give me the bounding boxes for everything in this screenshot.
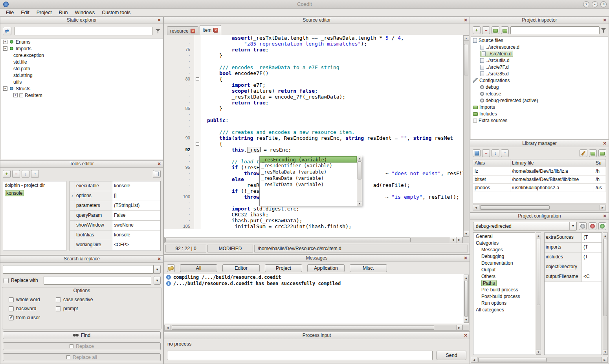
tree-item[interactable]: +ResItem [1, 92, 163, 99]
code-line[interactable]: 75 return true; [164, 47, 469, 53]
tree-item[interactable]: All categories [473, 306, 535, 313]
code-line[interactable]: ·public: [164, 117, 469, 123]
tree-item[interactable]: Source files [471, 37, 608, 44]
config-horizontal-scrollbar[interactable]: ◀ ▶ [471, 357, 608, 363]
tree-expander-icon[interactable]: + [13, 93, 18, 97]
messages-vertical-scrollbar[interactable]: ▲ ▼ [464, 274, 469, 323]
tree-item[interactable]: Categories [473, 240, 535, 246]
messages-horizontal-scrollbar[interactable]: ◀ ▶ [164, 325, 469, 331]
code-line[interactable]: · /// encodes _resRawData to a e7F strin… [164, 64, 469, 70]
scroll-right-icon[interactable]: ▶ [456, 325, 462, 330]
scroll-right-icon[interactable]: ▶ [456, 237, 462, 243]
code-line[interactable]: · [164, 112, 469, 117]
checkbox[interactable] [9, 297, 14, 302]
scroll-right-icon[interactable]: ▶ [602, 357, 608, 362]
close-icon[interactable]: ✕ [602, 141, 607, 146]
tree-item[interactable]: Includes [471, 110, 608, 117]
editor-tab-resource[interactable]: resource✕ [167, 26, 198, 35]
config-grid-scrollbar[interactable]: ▲ ▼ [603, 232, 608, 355]
scroll-down-icon[interactable]: ▼ [464, 231, 469, 236]
tree-item[interactable]: ../src/z85.d [471, 70, 608, 77]
tree-item[interactable]: Paths [473, 280, 535, 286]
code-line[interactable]: · } [164, 53, 469, 59]
code-line[interactable]: · assert(_resTxtData.length == _resRawDa… [164, 35, 469, 41]
add-folder-button[interactable] [492, 26, 499, 34]
search-option-from-cursor[interactable]: from cursor [9, 315, 56, 320]
move-tool-up-button[interactable]: ↑ [31, 170, 39, 178]
tree-item[interactable]: debug [471, 84, 608, 90]
tree-item[interactable]: debug-redirected (active) [471, 97, 608, 104]
message-line[interactable]: i/.../build/resource.d.coedit has been s… [164, 280, 469, 287]
code-line[interactable]: · import e7F; [164, 82, 469, 88]
window-close-button[interactable]: ✕ [600, 1, 607, 7]
checkbox[interactable] [9, 315, 14, 320]
config-tree-scrollbar[interactable]: ▲ ▼ [536, 232, 541, 355]
scroll-left-icon[interactable]: ◀ [471, 357, 477, 362]
close-icon[interactable]: ✕ [463, 333, 468, 338]
code-line[interactable]: 105 _initialSum = crc322uint(ihash.finis… [164, 223, 469, 229]
tree-item[interactable]: Pre-build process [473, 286, 535, 293]
replace-button[interactable]: Replace [3, 342, 161, 350]
tree-item[interactable]: ../src/item.d [471, 50, 608, 57]
tree-expander-icon[interactable]: + [3, 40, 7, 44]
tree-item[interactable]: General [473, 233, 535, 240]
scroll-thumb[interactable] [478, 358, 547, 362]
property-value[interactable]: [] [112, 191, 160, 201]
property-value[interactable]: (T [582, 252, 602, 262]
search-option-prompt[interactable]: prompt [56, 306, 158, 311]
replace-term-input[interactable] [44, 276, 151, 285]
remove-tool-button[interactable]: − [12, 170, 20, 178]
filter-icon[interactable] [156, 29, 161, 34]
property-value[interactable]: (TStringList) [112, 201, 160, 210]
tree-item[interactable]: +Enums [1, 38, 163, 45]
scroll-thumb[interactable] [464, 281, 468, 316]
search-option-backward[interactable]: backward [9, 306, 56, 311]
move-library-down-button[interactable]: ↓ [492, 149, 499, 157]
replace-history-dropdown[interactable]: ▼ [154, 276, 161, 285]
scroll-left-icon[interactable]: ◀ [165, 325, 171, 330]
menu-custom-tools[interactable]: Custom tools [98, 9, 134, 16]
scroll-down-icon[interactable]: ▼ [536, 349, 541, 355]
scroll-down-icon[interactable]: ▼ [357, 201, 362, 206]
remove-folder-button[interactable] [501, 26, 509, 34]
execute-tool-button[interactable] [153, 170, 161, 178]
tree-item[interactable]: ../src/resource.d [471, 44, 608, 50]
menu-windows[interactable]: Windows [72, 9, 99, 16]
checkbox[interactable] [56, 306, 61, 311]
tree-item[interactable]: Post-build process [473, 293, 535, 300]
checkbox[interactable] [56, 297, 61, 302]
tree-expander-icon[interactable]: − [3, 46, 7, 51]
messages-filter-misc[interactable]: Misc. [350, 264, 387, 272]
editor-horizontal-scrollbar[interactable]: ◀ ▶ [164, 237, 469, 243]
code-line[interactable]: ·− { [164, 141, 469, 147]
code-line[interactable]: 90 this(string resFile, ResEncoding resE… [164, 135, 469, 141]
property-value[interactable]: konsole [112, 230, 160, 240]
column-header-alias[interactable]: Alias [473, 159, 510, 167]
library-row[interactable]: iz/home/basile/Dev/Iz/lib/iz.a/h [473, 167, 606, 176]
close-icon[interactable]: ✕ [602, 17, 607, 23]
code-line[interactable]: · return true; [164, 100, 469, 106]
completion-item[interactable]: _resMetaData (variable) [260, 169, 357, 175]
code-line[interactable]: · [164, 123, 469, 129]
messages-filter-project[interactable]: Project [265, 264, 302, 272]
tab-close-icon[interactable]: ✕ [213, 28, 218, 33]
replace-with-checkbox[interactable] [4, 278, 9, 283]
code-line[interactable]: 80− { [164, 76, 469, 82]
editor-vertical-scrollbar[interactable]: ▲ ▼ [463, 35, 469, 237]
code-line[interactable]: · import std.digest.crc; [164, 206, 469, 212]
remove-configuration-button[interactable] [589, 222, 596, 230]
scroll-up-icon[interactable]: ▲ [357, 156, 362, 161]
tree-item[interactable]: release [471, 90, 608, 97]
window-maximize-button[interactable]: ▴ [592, 1, 598, 7]
scroll-left-icon[interactable]: ◀ [450, 237, 456, 243]
scroll-thumb[interactable] [464, 44, 468, 75]
move-tool-down-button[interactable]: ↓ [22, 170, 29, 178]
add-configuration-button[interactable] [598, 222, 606, 230]
scroll-down-icon[interactable]: ▼ [464, 317, 468, 322]
property-value[interactable]: konsole [112, 181, 160, 191]
code-line[interactable]: 85 } [164, 106, 469, 112]
property-value[interactable]: (T [582, 233, 602, 242]
scroll-thumb[interactable] [358, 161, 361, 179]
completion-item[interactable]: _resTxtData (variable) [260, 181, 357, 188]
menu-run[interactable]: Run [55, 9, 72, 16]
